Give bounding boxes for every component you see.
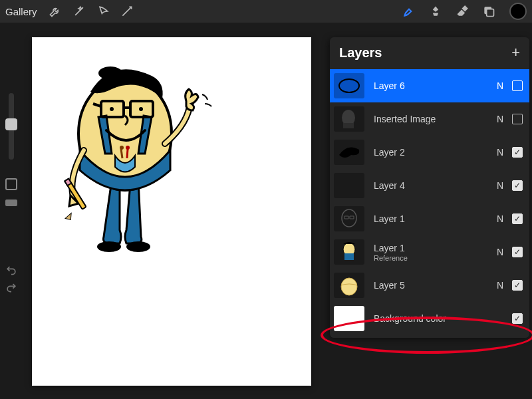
svg-rect-23 xyxy=(344,253,354,260)
layers-panel-header: Layers + xyxy=(330,37,529,69)
brush-icon[interactable] xyxy=(400,3,418,20)
svg-point-24 xyxy=(341,278,357,295)
redo-button[interactable] xyxy=(5,281,18,294)
visibility-checkbox[interactable] xyxy=(512,313,523,324)
layer-name-label: Layer 4 xyxy=(374,180,495,191)
svg-rect-0 xyxy=(462,5,467,11)
svg-point-18 xyxy=(339,79,359,92)
canvas[interactable] xyxy=(32,37,311,386)
blend-mode-button[interactable]: N xyxy=(495,180,505,191)
layer-row[interactable]: Layer 6N xyxy=(330,69,529,102)
slider-thumb[interactable] xyxy=(5,118,17,130)
smudge-icon[interactable] xyxy=(427,3,444,20)
move-icon[interactable] xyxy=(118,3,136,20)
app-root: Gallery xyxy=(0,0,532,399)
svg-point-3 xyxy=(97,241,121,252)
blend-mode-button[interactable]: N xyxy=(495,147,505,158)
layer-name-label: Layer 6 xyxy=(374,80,495,91)
layer-name-label: Layer 1 xyxy=(374,213,495,224)
layer-thumbnail xyxy=(334,239,364,265)
layer-thumbnail xyxy=(334,206,364,231)
layer-name-label: Inserted Image xyxy=(374,114,495,124)
modifier-button[interactable] xyxy=(5,178,17,190)
layer-name-label: Layer 2 xyxy=(374,147,495,158)
svg-point-4 xyxy=(126,241,150,252)
layer-name-label: Layer 5 xyxy=(374,280,495,291)
gallery-button[interactable]: Gallery xyxy=(5,6,37,17)
blend-mode-button[interactable]: N xyxy=(495,280,505,291)
blend-mode-button[interactable]: N xyxy=(495,247,505,257)
selection-icon[interactable] xyxy=(94,3,112,20)
layer-thumbnail xyxy=(334,306,364,331)
visibility-checkbox[interactable] xyxy=(512,247,523,257)
wand-icon[interactable] xyxy=(70,3,88,20)
layer-thumbnail xyxy=(334,173,364,198)
svg-point-21 xyxy=(342,209,356,227)
layer-row[interactable]: Layer 1N xyxy=(330,202,529,235)
undo-button[interactable] xyxy=(5,263,18,277)
layer-row[interactable]: Inserted ImageN xyxy=(330,102,529,136)
top-toolbar: Gallery xyxy=(0,0,532,23)
visibility-checkbox[interactable] xyxy=(512,180,523,191)
layer-name-label: Layer 1Reference xyxy=(374,243,495,262)
visibility-checkbox[interactable] xyxy=(512,114,523,124)
layers-panel-title: Layers xyxy=(339,45,382,61)
layer-thumbnail xyxy=(334,140,364,165)
layers-list: Layer 6NInserted ImageNLayer 2NLayer 4NL… xyxy=(330,69,529,335)
layer-subtitle: Reference xyxy=(374,254,495,262)
layers-icon[interactable] xyxy=(480,3,497,20)
layer-row[interactable]: Layer 5N xyxy=(330,269,529,302)
visibility-checkbox[interactable] xyxy=(512,147,523,158)
opacity-slider[interactable] xyxy=(5,200,17,206)
wrench-icon[interactable] xyxy=(47,3,64,20)
svg-rect-20 xyxy=(343,123,354,128)
layer-row[interactable]: Layer 2N xyxy=(330,136,529,169)
blend-mode-button[interactable]: N xyxy=(495,213,505,224)
layer-row[interactable]: Layer 1ReferenceN xyxy=(330,235,529,269)
layer-row[interactable]: Layer 4N xyxy=(330,169,529,202)
left-sidebar xyxy=(0,93,23,294)
color-swatch[interactable] xyxy=(509,3,527,20)
visibility-checkbox[interactable] xyxy=(512,280,523,291)
visibility-checkbox[interactable] xyxy=(512,80,523,91)
svg-point-17 xyxy=(139,107,143,111)
layer-name-label: Background color xyxy=(374,313,495,324)
layer-row-background[interactable]: Background color xyxy=(330,302,529,335)
svg-point-11 xyxy=(98,66,122,80)
visibility-checkbox[interactable] xyxy=(512,213,523,224)
artwork xyxy=(32,37,311,386)
layer-thumbnail xyxy=(334,273,364,298)
eraser-icon[interactable] xyxy=(454,3,471,20)
svg-point-6 xyxy=(120,146,124,150)
add-layer-button[interactable]: + xyxy=(511,44,520,61)
svg-point-7 xyxy=(126,146,130,150)
layer-thumbnail xyxy=(334,106,364,132)
blend-mode-button[interactable]: N xyxy=(495,114,505,124)
svg-marker-10 xyxy=(65,213,74,221)
layers-panel: Layers + Layer 6NInserted ImageNLayer 2N… xyxy=(330,37,529,338)
svg-point-16 xyxy=(110,107,114,111)
layer-thumbnail xyxy=(334,73,364,98)
brush-size-slider[interactable] xyxy=(9,93,14,160)
svg-rect-2 xyxy=(487,9,494,17)
blend-mode-button[interactable]: N xyxy=(495,80,505,91)
